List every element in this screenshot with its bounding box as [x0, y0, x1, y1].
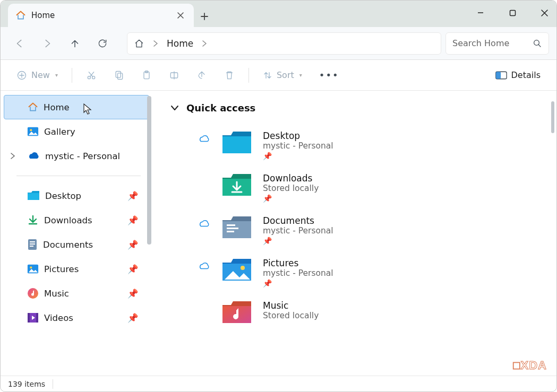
pin-icon: 📌	[127, 289, 139, 299]
home-outline-icon	[134, 38, 144, 49]
chevron-down-icon	[170, 105, 179, 111]
sidebar-item-home[interactable]: Home	[4, 95, 149, 119]
search-placeholder: Search Home	[452, 38, 527, 48]
more-button[interactable]: •••	[313, 65, 346, 86]
sidebar-item-gallery[interactable]: Gallery	[1, 119, 151, 144]
item-count: 139 items	[8, 380, 45, 388]
delete-button[interactable]	[218, 65, 241, 86]
quick-access-item-documents[interactable]: Documents mystic - Personal 📌	[197, 208, 551, 250]
cloud-status-icon	[197, 262, 211, 271]
paste-button[interactable]	[135, 65, 158, 86]
item-subtitle: mystic - Personal	[263, 226, 333, 236]
sidebar-item-label: Desktop	[45, 191, 81, 201]
file-explorer-window: Home Home Search Home	[0, 0, 557, 392]
breadcrumb-separator-icon	[202, 40, 207, 47]
close-tab-button[interactable]	[175, 10, 186, 21]
svg-rect-25	[222, 136, 251, 153]
sidebar-item-documents[interactable]: Documents 📌	[1, 232, 151, 257]
pin-icon: 📌	[127, 264, 139, 274]
cloud-status-icon	[197, 135, 211, 143]
forward-button[interactable]	[36, 32, 59, 55]
sidebar-item-label: Documents	[43, 240, 93, 250]
command-toolbar: New ▾ Sort ▾ ••• Details	[1, 60, 556, 91]
minimize-button[interactable]	[473, 5, 489, 21]
chevron-right-icon[interactable]	[10, 153, 15, 159]
item-subtitle: mystic - Personal	[263, 141, 333, 151]
svg-rect-29	[227, 228, 238, 229]
sidebar-item-videos[interactable]: Videos 📌	[1, 306, 151, 330]
svg-rect-16	[30, 241, 35, 242]
watermark: □XDA	[513, 359, 547, 372]
tab-home[interactable]: Home	[8, 4, 194, 27]
breadcrumb-home[interactable]: Home	[167, 38, 193, 49]
refresh-button[interactable]	[91, 32, 114, 55]
item-title: Desktop	[263, 130, 333, 141]
home-icon	[28, 102, 38, 112]
sidebar-item-label: mystic - Personal	[45, 151, 120, 161]
sidebar-scrollbar[interactable]	[147, 96, 151, 245]
onedrive-icon	[27, 152, 40, 160]
up-button[interactable]	[63, 32, 87, 55]
sidebar-item-label: Downloads	[44, 215, 92, 225]
sidebar-item-downloads[interactable]: Downloads 📌	[1, 208, 151, 232]
close-window-button[interactable]	[536, 5, 552, 21]
main-scrollbar[interactable]	[551, 101, 554, 133]
sidebar-item-label: Gallery	[44, 127, 75, 137]
sidebar-item-label: Pictures	[44, 264, 79, 274]
details-view-button[interactable]: Details	[489, 65, 547, 86]
cloud-status-icon	[197, 220, 211, 228]
sidebar-item-onedrive[interactable]: mystic - Personal	[1, 144, 151, 168]
desktop-folder-icon	[220, 128, 253, 157]
pin-icon: 📌	[127, 191, 139, 201]
videos-icon	[27, 312, 39, 323]
music-folder-icon	[220, 298, 253, 327]
quick-access-item-music[interactable]: Music Stored locally	[197, 293, 551, 332]
sidebar-item-music[interactable]: Music 📌	[1, 281, 151, 306]
sort-label: Sort	[277, 70, 294, 80]
cut-button[interactable]	[80, 65, 103, 86]
navigation-sidebar: Home Gallery mystic - Personal Desktop 📌	[1, 91, 151, 376]
pin-icon: 📌	[127, 313, 139, 323]
back-button[interactable]	[8, 32, 31, 55]
item-title: Pictures	[263, 258, 333, 268]
documents-folder-icon	[220, 213, 253, 242]
rename-button[interactable]	[162, 65, 186, 86]
item-subtitle: mystic - Personal	[263, 268, 333, 278]
gallery-icon	[27, 126, 39, 137]
new-tab-button[interactable]	[194, 6, 215, 27]
quick-access-item-downloads[interactable]: Downloads Stored locally 📌	[197, 165, 551, 208]
new-button[interactable]: New ▾	[10, 65, 64, 86]
svg-point-13	[30, 129, 32, 131]
maximize-button[interactable]	[504, 5, 520, 21]
details-label: Details	[511, 70, 541, 80]
toolbar-separator	[248, 68, 249, 83]
copy-button[interactable]	[107, 65, 131, 86]
pin-icon: 📌	[263, 194, 319, 203]
address-bar[interactable]: Home	[127, 32, 441, 55]
sidebar-item-label: Music	[44, 289, 69, 299]
new-label: New	[31, 70, 50, 80]
sidebar-item-pictures[interactable]: Pictures 📌	[1, 257, 151, 281]
svg-rect-0	[510, 10, 515, 15]
pin-icon: 📌	[127, 215, 139, 225]
quick-access-item-pictures[interactable]: Pictures mystic - Personal 📌	[197, 250, 551, 293]
share-button[interactable]	[190, 65, 213, 86]
breadcrumb-separator-icon	[153, 40, 158, 47]
home-icon	[15, 10, 26, 21]
quick-access-header[interactable]: Quick access	[170, 102, 551, 114]
svg-rect-24	[36, 313, 38, 323]
main-pane: Quick access Desktop mystic - Personal 📌	[151, 91, 556, 376]
section-title: Quick access	[186, 102, 255, 114]
item-title: Downloads	[263, 173, 319, 184]
svg-rect-30	[227, 231, 234, 232]
quick-access-item-desktop[interactable]: Desktop mystic - Personal 📌	[197, 123, 551, 165]
svg-point-32	[241, 266, 245, 270]
downloads-folder-icon	[220, 171, 253, 199]
sort-button[interactable]: Sort ▾	[256, 65, 309, 86]
desktop-folder-icon	[27, 190, 40, 201]
sidebar-item-desktop[interactable]: Desktop 📌	[1, 184, 151, 208]
search-box[interactable]: Search Home	[445, 32, 549, 55]
item-subtitle: Stored locally	[263, 184, 319, 193]
window-controls	[473, 5, 552, 21]
svg-rect-17	[30, 243, 35, 245]
